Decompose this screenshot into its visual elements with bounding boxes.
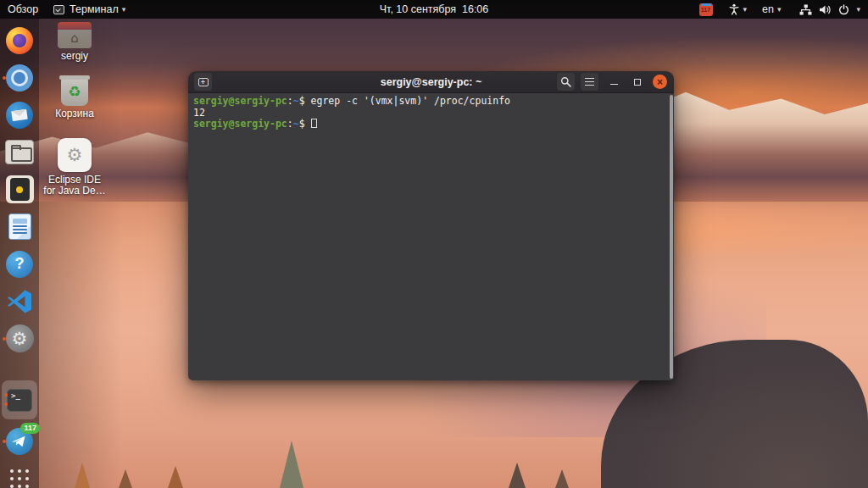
maximize-icon xyxy=(634,79,641,86)
recycle-icon: ♻ xyxy=(68,85,81,99)
desktop-icon-home[interactable]: ⌂ sergiy xyxy=(42,22,107,62)
minimize-icon xyxy=(610,84,618,86)
close-icon: × xyxy=(657,77,663,87)
clock-label: Чт, 10 сентября 16:06 xyxy=(380,3,489,15)
terminal-titlebar[interactable]: + sergiy@sergiy-pc: ~ × xyxy=(188,71,674,93)
prompt-user-host: sergiy@sergiy-pc xyxy=(193,95,287,107)
dock-item-app-grid[interactable] xyxy=(0,464,39,488)
search-button[interactable] xyxy=(557,73,575,91)
menu-button[interactable] xyxy=(581,73,598,91)
prompt-symbol: $ xyxy=(299,95,305,107)
desktop-icon-label: for Java De… xyxy=(43,186,105,197)
terminal-line-output: 12 xyxy=(193,108,665,119)
terminal-scrollbar[interactable] xyxy=(670,95,673,379)
prompt-separator: : xyxy=(287,95,293,107)
mail-icon: 117 xyxy=(699,3,713,16)
terminal-line-prompt: sergiy@sergiy-pc:~$ xyxy=(193,119,665,130)
maximize-button[interactable] xyxy=(629,74,646,91)
thunderbird-icon xyxy=(6,102,33,129)
volume-icon xyxy=(819,4,832,15)
chromium-icon xyxy=(6,64,33,92)
dock-item-thunderbird[interactable] xyxy=(0,101,39,129)
vscode-icon xyxy=(7,289,32,314)
clock[interactable]: Чт, 10 сентября 16:06 xyxy=(372,0,497,19)
prompt-path: ~ xyxy=(293,118,299,130)
question-glyph: ? xyxy=(15,255,25,273)
terminal-icon: >_ xyxy=(7,389,32,412)
caret-down-icon: ▾ xyxy=(856,6,860,14)
dock-item-rhythmbox[interactable] xyxy=(0,175,39,203)
dock-item-telegram[interactable]: 117 xyxy=(0,427,39,455)
desktop-icon-label: Корзина xyxy=(55,108,94,119)
trash-icon: ♻ xyxy=(61,78,88,106)
mail-unread-count: 117 xyxy=(701,7,710,13)
close-button[interactable]: × xyxy=(653,75,667,89)
dock: ? ⚙ >_ 117 xyxy=(0,19,39,488)
tree xyxy=(168,466,183,488)
terminal-app-icon xyxy=(53,5,64,14)
envelope-icon xyxy=(11,108,27,120)
power-icon xyxy=(838,4,849,15)
new-tab-icon: + xyxy=(198,78,209,86)
desktop: Обзор Терминал ▾ Чт, 10 сентября 16:06 1… xyxy=(0,0,868,488)
settings-gear-icon: ⚙ xyxy=(6,324,34,352)
new-tab-button[interactable]: + xyxy=(194,73,212,91)
menu-icon xyxy=(585,78,594,86)
keyboard-layout-label: en xyxy=(762,3,774,15)
accessibility-menu[interactable]: ▾ xyxy=(721,0,755,19)
prompt-separator: : xyxy=(287,118,293,130)
top-bar: Обзор Терминал ▾ Чт, 10 сентября 16:06 1… xyxy=(0,0,868,19)
network-icon xyxy=(799,4,812,15)
activities-button[interactable]: Обзор xyxy=(0,0,46,19)
command-text: egrep -c '(vmx|svm)' /proc/cpuinfo xyxy=(305,95,510,107)
caret-down-icon: ▾ xyxy=(743,6,748,14)
dock-item-vscode[interactable] xyxy=(0,287,39,315)
running-indicator xyxy=(3,337,6,341)
prompt-path: ~ xyxy=(293,95,299,107)
tree xyxy=(280,441,303,488)
dock-item-libreoffice-writer[interactable] xyxy=(0,213,39,241)
dock-item-terminal-active[interactable]: >_ xyxy=(2,380,37,419)
dock-item-chromium[interactable] xyxy=(0,64,39,92)
running-indicator xyxy=(4,402,8,406)
caret-down-icon: ▾ xyxy=(777,6,782,14)
gear-glyph: ⚙ xyxy=(12,329,28,349)
accessibility-icon xyxy=(728,3,740,15)
window-title: sergiy@sergiy-pc: ~ xyxy=(381,76,482,88)
terminal-line-command: sergiy@sergiy-pc:~$egrep -c '(vmx|svm)' … xyxy=(193,96,665,108)
terminal-window: + sergiy@sergiy-pc: ~ × xyxy=(188,71,674,380)
rhythmbox-icon xyxy=(6,175,34,203)
terminal-content[interactable]: sergiy@sergiy-pc:~$egrep -c '(vmx|svm)' … xyxy=(188,93,674,380)
desktop-icon-eclipse[interactable]: ⚙ Eclipse IDE for Java De… xyxy=(42,138,107,197)
tree xyxy=(509,463,526,488)
minimize-button[interactable] xyxy=(605,74,622,91)
keyboard-layout-menu[interactable]: en ▾ xyxy=(754,0,788,19)
activities-label: Обзор xyxy=(8,3,38,15)
app-menu-label: Терминал xyxy=(70,3,119,15)
firefox-icon xyxy=(6,27,33,54)
dock-item-firefox[interactable] xyxy=(0,26,39,54)
app-menu[interactable]: Терминал ▾ xyxy=(46,0,133,19)
writer-icon xyxy=(8,214,31,240)
desktop-icon-label: sergiy xyxy=(61,51,88,62)
running-indicator xyxy=(4,393,8,396)
paper-plane-icon xyxy=(11,435,26,448)
gear-glyph: ⚙ xyxy=(67,145,83,165)
caret-down-icon: ▾ xyxy=(122,6,126,14)
dock-item-settings[interactable]: ⚙ xyxy=(0,324,39,352)
mail-tray-item[interactable]: 117 xyxy=(692,0,721,19)
dock-item-help[interactable]: ? xyxy=(0,250,39,278)
telegram-badge: 117 xyxy=(20,423,40,434)
app-grid-icon xyxy=(10,469,29,488)
desktop-icon-trash[interactable]: ♻ Корзина xyxy=(42,78,107,119)
telegram-icon: 117 xyxy=(6,428,33,455)
system-menu[interactable]: ▾ xyxy=(788,0,868,19)
dock-item-files[interactable] xyxy=(0,138,39,166)
files-icon xyxy=(5,140,34,164)
help-icon: ? xyxy=(6,251,33,278)
terminal-cursor xyxy=(311,119,317,128)
house-icon: ⌂ xyxy=(70,32,79,45)
search-icon xyxy=(560,76,571,87)
eclipse-icon: ⚙ xyxy=(58,138,92,172)
tree xyxy=(119,469,132,488)
